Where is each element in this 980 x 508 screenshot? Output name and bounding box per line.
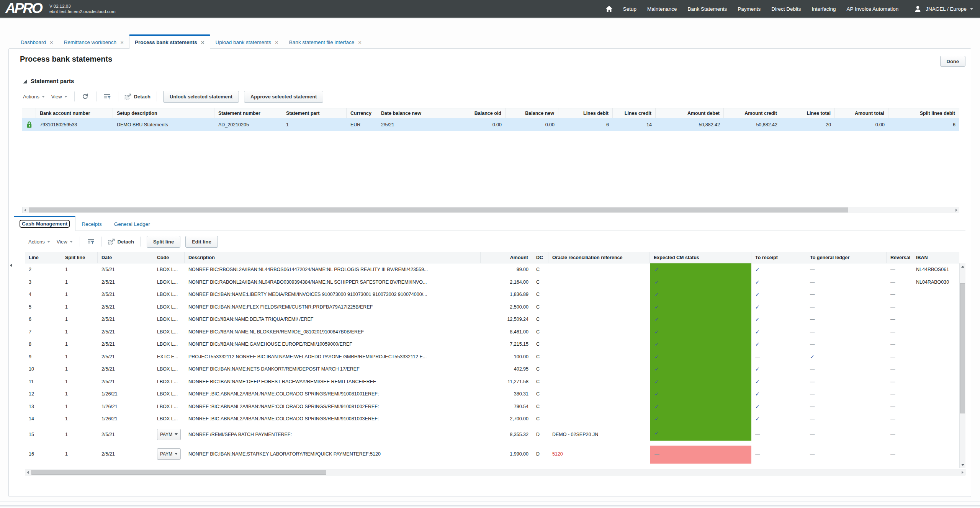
table-row[interactable]: 1411/26/21LBOX L...NONREF :BIC:ABNANL2A/… [25, 413, 959, 425]
code-select[interactable]: PAYM [157, 448, 181, 460]
scrollbar-thumb[interactable] [31, 470, 326, 475]
scrollbar-thumb[interactable] [29, 207, 848, 212]
table-row[interactable]: 1211/26/21LBOX L...NONREF :BIC:ABNANL2A/… [25, 388, 959, 400]
query-by-example-icon[interactable] [86, 237, 95, 246]
detach-button[interactable]: Detach [108, 238, 134, 245]
cell-date: 2/5/21 [98, 301, 153, 314]
detail-vscrollbar[interactable] [959, 263, 965, 468]
table-row[interactable]: 1112/5/21LBOX L...NONREF BIC:IBAN:NAME:D… [25, 376, 959, 388]
cell-balance_old: 0.00 [469, 118, 506, 131]
table-row[interactable]: 1612/5/21PAYMNONREF BIC:IBAN:NAME:STARKE… [25, 444, 959, 464]
table-row[interactable]: 1311/26/21LBOX L...NONREF :BIC:ABNANL2A/… [25, 400, 959, 413]
done-button[interactable]: Done [940, 56, 966, 67]
cell-amount: 11,271.58 [481, 376, 532, 388]
statement-table-row[interactable]: 79310180259533DEMO BRU StatementsAD_2021… [22, 118, 959, 131]
tab-process-bank-statements[interactable]: Process bank statements× [129, 34, 210, 49]
nav-item-interfacing[interactable]: Interfacing [812, 6, 836, 12]
actions-menu[interactable]: Actions [22, 92, 46, 101]
close-icon[interactable]: × [358, 39, 362, 45]
table-row[interactable]: 812/5/21LBOX L...NONREF BIC://IBAN:NAME:… [25, 338, 959, 351]
dash-icon: — [810, 279, 815, 285]
edit-line-button[interactable]: Edit line [185, 236, 218, 248]
table-row[interactable]: 1012/5/21LBOX L...NONREF BIC:IBAN:NAME:N… [25, 363, 959, 376]
close-icon[interactable]: × [50, 39, 53, 45]
dash-icon: — [890, 379, 895, 384]
table-row[interactable]: 312/5/21LBOX L...NONREF BIC:RABONL2A/IBA… [25, 276, 959, 289]
cell-reversal: — [887, 388, 912, 400]
nav-item-setup[interactable]: Setup [623, 6, 636, 12]
user-menu[interactable]: JNAGEL / Europe [913, 4, 973, 13]
scroll-down-icon[interactable] [961, 464, 964, 466]
table-row[interactable]: 1512/5/21PAYMNONREF /REMI/SEPA BATCH PAY… [25, 425, 959, 444]
tab-upload-bank-statements[interactable]: Upload bank statements× [210, 36, 284, 49]
cell-setup: DEMO BRU Statements [113, 118, 214, 131]
nav-item-maintenance[interactable]: Maintenance [647, 6, 677, 12]
close-icon[interactable]: × [201, 39, 205, 45]
scroll-left-icon[interactable] [27, 471, 29, 474]
statement-hscrollbar[interactable] [22, 207, 959, 213]
home-icon[interactable] [606, 6, 612, 12]
detail-hscrollbar[interactable] [25, 469, 965, 475]
code-select[interactable]: PAYM [157, 429, 181, 440]
split-line-button[interactable]: Split line [147, 236, 180, 248]
nav-item-payments[interactable]: Payments [738, 6, 761, 12]
approve-statement-button[interactable]: Approve selected statement [244, 91, 323, 103]
close-icon[interactable]: × [275, 39, 278, 45]
close-icon[interactable]: × [120, 39, 124, 45]
cell-code: LBOX L... [153, 400, 185, 413]
detail-table-body: 212/5/21LBOX L...NONREF BIC:RBOSNL2A/IBA… [25, 263, 959, 464]
tab-dashboard[interactable]: Dashboard× [15, 36, 59, 49]
cell-to_receipt: — [751, 444, 806, 464]
actions-menu[interactable]: Actions [28, 237, 51, 246]
recon-value: 5120 [552, 451, 563, 457]
cell-reversal: — [887, 444, 912, 464]
cell-iban [912, 326, 959, 338]
query-by-example-icon[interactable] [103, 92, 112, 101]
view-label: View [51, 94, 62, 100]
panel-splitter[interactable] [9, 260, 13, 271]
cell-reversal: — [887, 326, 912, 338]
cell-code: LBOX L... [153, 313, 185, 326]
tab-bank-statement-file-interface[interactable]: Bank statement file interface× [284, 36, 367, 49]
scroll-up-icon[interactable] [961, 266, 964, 268]
scrollbar-thumb[interactable] [960, 283, 965, 413]
cell-dc: C [532, 288, 548, 301]
scroll-right-icon[interactable] [955, 209, 957, 212]
table-row[interactable]: 912/5/21EXTC E...PROJECT553332112 NONREF… [25, 351, 959, 363]
nav-item-direct-debits[interactable]: Direct Debits [771, 6, 801, 12]
cell-desc: NONREF /REMI/SEPA BATCH PAYMENTEREF: [185, 425, 481, 444]
statement-parts-header[interactable]: Statement parts [23, 78, 74, 84]
dash-icon: — [890, 366, 895, 372]
table-row[interactable]: 212/5/21LBOX L...NONREF BIC:RBOSNL2A/IBA… [25, 263, 959, 276]
cell-date_balance_new: 2/5/21 [377, 118, 469, 131]
column-header-balance_old: Balance old [469, 108, 506, 118]
dash-icon: — [810, 432, 815, 437]
view-menu[interactable]: View [51, 92, 68, 101]
cell-to_gl: — [806, 425, 887, 444]
unlock-statement-button[interactable]: Unlock selected statement [163, 91, 239, 103]
cell-iban [912, 301, 959, 314]
scroll-right-icon[interactable] [962, 471, 964, 474]
cell-code: LBOX L... [153, 288, 185, 301]
cell-dc: C [532, 276, 548, 289]
tab-cash-management[interactable]: Cash Management [14, 216, 75, 231]
detail-table-header: LineSplit lineDateCodeDescriptionAmountD… [25, 252, 959, 263]
cell-iban [912, 413, 959, 425]
table-row[interactable]: 512/5/21LBOX L...NONREF BIC:IBAN:NAME:FL… [25, 301, 959, 314]
tab-general-ledger[interactable]: General Ledger [108, 217, 156, 230]
cell-status: ✓ [650, 363, 751, 376]
cell-line: 15 [25, 425, 61, 444]
cell-iban [912, 376, 959, 388]
tab-receipts[interactable]: Receipts [75, 217, 108, 230]
tab-remittance-workbench[interactable]: Remittance workbench× [59, 36, 129, 49]
table-row[interactable]: 712/5/21LBOX L...NONREF BIC://IBAN:NAME:… [25, 326, 959, 338]
nav-item-bank-statements[interactable]: Bank Statements [687, 6, 727, 12]
scroll-left-icon[interactable] [24, 209, 26, 212]
cell-to_gl: — [806, 376, 887, 388]
table-row[interactable]: 412/5/21LBOX L...NONREF BIC:IBAN:NAME:LI… [25, 288, 959, 301]
refresh-icon[interactable] [81, 92, 90, 101]
view-menu[interactable]: View [56, 237, 74, 246]
detach-button[interactable]: Detach [124, 93, 151, 100]
nav-item-ap-invoice-automation[interactable]: AP Invoice Automation [847, 6, 899, 12]
table-row[interactable]: 612/5/21LBOX L...NONREF BIC://IBAN:NAME:… [25, 313, 959, 326]
